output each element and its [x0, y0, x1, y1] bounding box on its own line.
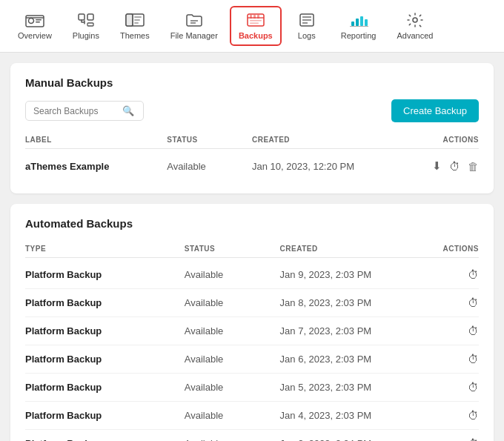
- auto-table-header: TYPE STATUS CREATED ACTIONS: [25, 240, 479, 258]
- overview-icon: [24, 12, 45, 28]
- cell-status: Available: [185, 438, 280, 441]
- nav-label-logs: Logs: [298, 31, 316, 40]
- cell-type: Platform Backup: [25, 410, 185, 421]
- cell-type: Platform Backup: [25, 297, 185, 308]
- cell-status: Available: [185, 410, 280, 421]
- nav-label-advanced: Advanced: [397, 31, 433, 40]
- cell-type: Platform Backup: [25, 438, 185, 441]
- table-row: Platform Backup Available Jan 4, 2023, 2…: [25, 402, 479, 430]
- cell-date: Jan 9, 2023, 2:03 PM: [280, 269, 440, 280]
- restore-icon[interactable]: ⏱: [468, 409, 479, 422]
- svg-rect-13: [134, 22, 139, 24]
- svg-rect-4: [36, 21, 40, 23]
- cell-actions: ⏱: [439, 353, 479, 365]
- nav-item-advanced[interactable]: Advanced: [388, 6, 442, 46]
- main-content: Manual Backups 🔍 Create Backup LABEL STA…: [0, 53, 504, 441]
- header-actions: ACTIONS: [439, 245, 479, 253]
- advanced-icon: [405, 12, 425, 28]
- svg-rect-3: [36, 19, 42, 21]
- nav-item-file-manager[interactable]: File Manager: [162, 6, 227, 46]
- cell-status: Available: [185, 297, 280, 308]
- header-status: STATUS: [185, 245, 280, 253]
- cell-status: Available: [185, 325, 280, 336]
- cell-status: Available: [185, 269, 280, 280]
- cell-actions: ⏱: [439, 437, 479, 441]
- cell-actions: ⏱: [439, 325, 479, 337]
- cell-status: Available: [185, 382, 280, 393]
- nav-item-logs[interactable]: Logs: [285, 6, 329, 46]
- cell-type: Platform Backup: [25, 382, 185, 393]
- file-manager-icon: [184, 12, 205, 28]
- cell-status: Available: [167, 161, 252, 172]
- restore-icon[interactable]: ⏱: [468, 353, 479, 365]
- cell-actions: ⬇ ⏱ 🗑: [394, 159, 479, 173]
- manual-backups-section: Manual Backups 🔍 Create Backup LABEL STA…: [10, 63, 494, 193]
- nav-item-themes[interactable]: Themes: [111, 6, 159, 46]
- create-backup-button[interactable]: Create Backup: [391, 99, 479, 122]
- delete-icon[interactable]: 🗑: [468, 160, 479, 173]
- svg-rect-7: [87, 23, 93, 26]
- search-input[interactable]: [33, 106, 122, 116]
- svg-rect-28: [356, 19, 359, 26]
- svg-rect-20: [257, 15, 259, 19]
- table-row: Platform Backup Available Jan 5, 2023, 2…: [25, 374, 479, 402]
- header-actions: ACTIONS: [394, 136, 479, 144]
- svg-point-32: [413, 18, 417, 22]
- reporting-icon: [348, 12, 369, 28]
- cell-actions: ⏱: [439, 296, 479, 309]
- svg-rect-19: [253, 15, 256, 19]
- nav-item-reporting[interactable]: Reporting: [332, 6, 385, 46]
- cell-actions: ⏱: [439, 409, 479, 422]
- nav-label-reporting: Reporting: [341, 31, 377, 40]
- cell-type: Platform Backup: [25, 354, 185, 365]
- svg-rect-18: [250, 15, 252, 19]
- table-row: Platform Backup Available Jan 7, 2023, 2…: [25, 317, 479, 345]
- themes-icon: [125, 12, 145, 28]
- nav-item-plugins[interactable]: Plugins: [64, 6, 108, 46]
- manual-backups-title: Manual Backups: [25, 76, 479, 89]
- nav-label-backups: Backups: [239, 31, 273, 40]
- cell-date: Jan 4, 2023, 2:03 PM: [280, 410, 440, 421]
- cell-date: Jan 6, 2023, 2:03 PM: [280, 354, 440, 365]
- restore-icon[interactable]: ⏱: [468, 381, 479, 394]
- restore-icon[interactable]: ⏱: [468, 268, 479, 281]
- table-row: Platform Backup Available Jan 8, 2023, 2…: [25, 289, 479, 317]
- svg-rect-12: [134, 19, 140, 21]
- table-row: Platform Backup Available Jan 9, 2023, 2…: [25, 261, 479, 289]
- search-icon: 🔍: [122, 105, 134, 116]
- restore-icon[interactable]: ⏱: [468, 437, 479, 441]
- cell-date: Jan 3, 2023, 2:04 PM: [280, 438, 440, 441]
- nav-item-backups[interactable]: Backups: [230, 6, 282, 46]
- cell-date: Jan 7, 2023, 2:03 PM: [280, 325, 440, 336]
- svg-rect-6: [87, 14, 93, 20]
- plugins-icon: [76, 12, 96, 28]
- svg-rect-5: [79, 14, 84, 20]
- top-navigation: Overview Plugins Themes: [0, 0, 504, 53]
- download-icon[interactable]: ⬇: [432, 159, 442, 173]
- restore-icon[interactable]: ⏱: [449, 160, 460, 173]
- nav-label-overview: Overview: [18, 31, 52, 40]
- backups-icon: [245, 12, 266, 28]
- cell-actions: ⏱: [439, 268, 479, 281]
- table-row: Platform Backup Available Jan 6, 2023, 2…: [25, 345, 479, 374]
- cell-type: Platform Backup: [25, 325, 185, 336]
- logs-icon: [296, 12, 317, 28]
- automated-backups-title: Automated Backups: [25, 217, 479, 230]
- nav-item-overview[interactable]: Overview: [9, 6, 61, 46]
- svg-rect-29: [360, 16, 363, 26]
- svg-rect-11: [134, 16, 142, 18]
- nav-label-themes: Themes: [120, 31, 150, 40]
- restore-icon[interactable]: ⏱: [468, 325, 479, 337]
- restore-icon[interactable]: ⏱: [468, 296, 479, 309]
- cell-label: aThemes Example: [25, 161, 167, 172]
- svg-rect-22: [250, 23, 259, 24]
- cell-date: Jan 5, 2023, 2:03 PM: [280, 382, 440, 393]
- header-status: STATUS: [167, 136, 252, 144]
- svg-rect-21: [250, 20, 262, 21]
- cell-status: Available: [185, 354, 280, 365]
- cell-date: Jan 8, 2023, 2:03 PM: [280, 297, 440, 308]
- nav-label-plugins: Plugins: [73, 31, 99, 40]
- search-box[interactable]: 🔍: [25, 101, 144, 121]
- auto-table-body: Platform Backup Available Jan 9, 2023, 2…: [25, 261, 479, 441]
- svg-rect-30: [365, 19, 368, 26]
